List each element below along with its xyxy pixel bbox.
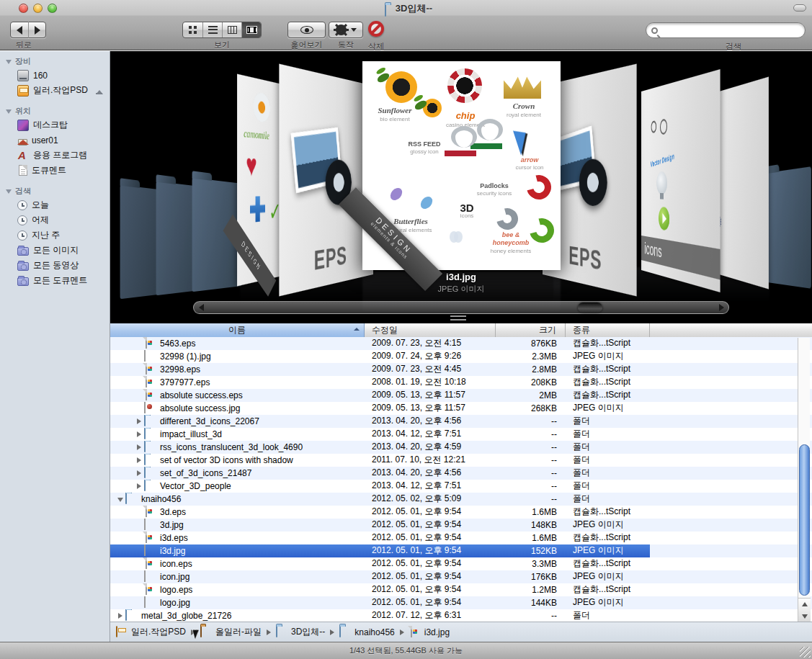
file-size-text: -- (551, 429, 557, 439)
table-row[interactable]: Vector_3D_people2013. 04. 12, 오후 7:51--폴… (110, 480, 812, 493)
file-name: rss_icons_translucent_3d_look_4690 (160, 442, 303, 452)
coverflow-item-icons-page[interactable]: Vector Design icons (641, 69, 720, 292)
column-header-size[interactable]: 크기 (496, 323, 566, 337)
quicklook-button[interactable] (287, 22, 326, 38)
list-view-button[interactable] (202, 22, 222, 37)
coverflow-item-folder[interactable] (762, 166, 811, 289)
breadcrumb-item[interactable]: 일러.작업PSD (116, 626, 186, 638)
disclosure-triangle[interactable] (134, 444, 144, 450)
file-kind-text: JPEG 이미지 (573, 570, 624, 583)
search-input[interactable] (658, 25, 805, 35)
coverflow-scroll-track[interactable] (208, 302, 714, 313)
sidebar-item-오늘[interactable]: 오늘 (0, 197, 110, 212)
scrollbar-thumb[interactable] (799, 444, 810, 596)
table-row[interactable]: absolute success.eps2009. 05. 13, 오후 11:… (110, 389, 812, 402)
scroll-up-button[interactable] (798, 599, 811, 611)
back-button[interactable] (11, 22, 28, 38)
sidebar-item-모든 동영상[interactable]: 모든 동영상 (0, 258, 110, 273)
disclosure-triangle[interactable] (134, 470, 144, 476)
window-resize-grip[interactable] (800, 647, 811, 658)
table-row[interactable]: 32998.eps2009. 07. 23, 오전 4:452.8MB캡슐화..… (110, 363, 812, 376)
coverflow-selected-item[interactable]: Sunflowerbio element chipcasino element … (362, 61, 561, 270)
table-row[interactable]: metal_3d_globe_217262012. 07. 12, 오후 6:3… (110, 609, 812, 622)
sidebar-item-user01[interactable]: user01 (0, 133, 110, 148)
table-row[interactable]: icon.eps2012. 05. 01, 오후 9:543.3MB캡슐화...… (110, 557, 812, 570)
sidebar-item-모든 이미지[interactable]: 모든 이미지 (0, 243, 110, 258)
sidebar-section-header[interactable]: 검색 (0, 185, 110, 197)
sidebar-item-어제[interactable]: 어제 (0, 212, 110, 228)
eject-icon[interactable] (94, 86, 104, 95)
table-row[interactable]: knaiho4562012. 05. 02, 오후 5:09--폴더 (110, 493, 812, 506)
delete-button[interactable] (368, 21, 384, 37)
table-row[interactable]: logo.eps2012. 05. 01, 오후 9:541.2MB캡슐화...… (110, 583, 812, 596)
coverflow-scroll-right-button[interactable] (714, 304, 728, 311)
sidebar-item-지난 주[interactable]: 지난 주 (0, 228, 110, 243)
table-row[interactable]: 3d.jpg2012. 05. 01, 오후 9:54148KBJPEG 이미지 (110, 519, 812, 532)
coverflow-scroll-left-button[interactable] (194, 304, 208, 311)
column-header-kind[interactable]: 종류 (566, 323, 650, 337)
search-field[interactable] (646, 22, 806, 38)
cell-name: i3d.jpg (110, 544, 365, 557)
disclosure-triangle[interactable] (134, 418, 144, 424)
sidebar-item-데스크탑[interactable]: 데스크탑 (0, 117, 110, 133)
table-row[interactable]: 3d.eps2012. 05. 01, 오후 9:541.6MB캡슐화...tS… (110, 506, 812, 519)
sidebar-item-160[interactable]: 160 (0, 68, 110, 83)
table-row[interactable]: i3d.jpg2012. 05. 01, 오후 9:54152KBJPEG 이미… (110, 544, 812, 557)
cell-filler (650, 609, 812, 622)
file-date: 2012. 05. 01, 오후 9:54 (365, 557, 496, 570)
table-row[interactable]: 3797977.eps2008. 01. 19, 오전 10:18208KB캡슐… (110, 376, 812, 389)
file-date-text: 2013. 04. 12, 오후 7:51 (372, 428, 461, 440)
jpeg-file-icon (144, 570, 146, 582)
file-size: 152KB (496, 544, 566, 557)
pane-resize-grip[interactable] (450, 315, 466, 320)
disclosure-triangle[interactable] (134, 431, 144, 437)
file-icon-box (144, 597, 156, 608)
table-row[interactable]: rss_icons_translucent_3d_look_46902013. … (110, 441, 812, 454)
breadcrumb-item[interactable]: 3D입체-- (276, 626, 325, 638)
sidebar-item-응용 프로그램[interactable]: 응용 프로그램 (0, 148, 110, 163)
sidebar-item-모든 도큐멘트[interactable]: 모든 도큐멘트 (0, 273, 110, 288)
column-header-name[interactable]: 이름 (110, 323, 365, 337)
disclosure-triangle[interactable] (115, 613, 125, 619)
table-row[interactable]: different_3d_icons_220672013. 04. 20, 오후… (110, 415, 812, 428)
table-row[interactable]: set of vector 3D icons with shadow2011. … (110, 454, 812, 467)
breadcrumb-item[interactable]: i3d.jpg (409, 627, 450, 637)
table-row[interactable]: icon.jpg2012. 05. 01, 오후 9:54176KBJPEG 이… (110, 570, 812, 583)
scroll-down-button[interactable] (798, 611, 811, 622)
sidebar-section-header[interactable]: 위치 (0, 105, 110, 117)
column-view-button[interactable] (222, 22, 241, 37)
coverflow-item-eps-document[interactable]: EPS (279, 64, 373, 297)
table-row[interactable]: 5463.eps2009. 07. 23, 오전 4:15876KB캡슐화...… (110, 337, 812, 350)
sidebar-item-일러.작업PSD[interactable]: 일러.작업PSD (0, 83, 110, 98)
file-kind: 캡슐화...tScript (566, 583, 650, 596)
coverflow-view-button[interactable] (241, 22, 261, 37)
forward-button[interactable] (28, 22, 45, 38)
table-row[interactable]: 32998 (1).jpg2009. 07. 24, 오후 9:262.3MBJ… (110, 350, 812, 363)
disclosure-triangle[interactable] (134, 483, 144, 489)
breadcrumb-item[interactable]: knaiho456 (339, 627, 394, 637)
folder-icon (339, 626, 341, 637)
column-header-date[interactable]: 수정일 (365, 323, 496, 337)
disclosure-triangle[interactable] (134, 457, 144, 463)
action-button[interactable] (329, 22, 363, 38)
smart-folder-icon (17, 247, 29, 256)
breadcrumb-item[interactable]: 올일러-파일 (200, 626, 262, 638)
toolbar-toggle-button[interactable] (793, 4, 806, 12)
vertical-scrollbar[interactable] (798, 338, 810, 622)
file-date-text: 2012. 05. 01, 오후 9:54 (372, 570, 461, 583)
table-row[interactable]: set_of_3d_icons_214872013. 04. 20, 오후 4:… (110, 467, 812, 480)
file-icon-box (144, 390, 156, 400)
icon-view-button[interactable] (183, 22, 202, 37)
sidebar-section-header[interactable]: 장비 (0, 55, 110, 68)
coverflow-scrollbar[interactable] (193, 301, 729, 314)
table-row[interactable]: impact_illust_3d2013. 04. 12, 오후 7:51--폴… (110, 428, 812, 441)
table-row[interactable]: absolute success.jpg2009. 05. 13, 오후 11:… (110, 402, 812, 415)
file-date-text: 2012. 05. 01, 오후 9:54 (372, 519, 461, 531)
sidebar-item-도큐멘트[interactable]: 도큐멘트 (0, 163, 110, 178)
file-icon-box (144, 377, 156, 387)
table-row[interactable]: logo.jpg2012. 05. 01, 오후 9:54144KBJPEG 이… (110, 596, 812, 609)
disclosure-triangle[interactable] (115, 496, 125, 502)
title-bar[interactable]: 3D입체-- (0, 0, 812, 16)
coverflow-scroll-thumb[interactable] (578, 302, 602, 313)
table-row[interactable]: i3d.eps2012. 05. 01, 오후 9:541.6MB캡슐화...t… (110, 532, 812, 544)
